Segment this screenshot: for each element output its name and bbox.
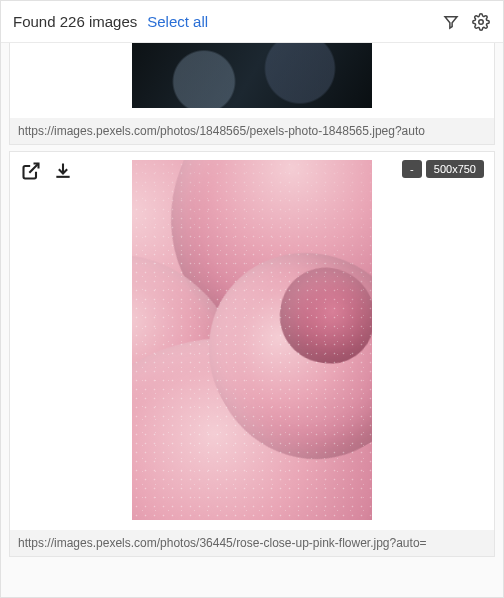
svg-point-0	[479, 19, 484, 24]
found-count-label: Found 226 images	[13, 13, 137, 30]
results-scroll-area[interactable]: https://images.pexels.com/photos/1848565…	[1, 43, 503, 597]
image-thumbnail[interactable]	[132, 160, 372, 520]
collapse-badge[interactable]: -	[402, 160, 422, 178]
image-url[interactable]: https://images.pexels.com/photos/36445/r…	[10, 530, 494, 556]
image-thumbnail[interactable]	[132, 43, 372, 108]
image-url[interactable]: https://images.pexels.com/photos/1848565…	[10, 118, 494, 144]
header: Found 226 images Select all	[1, 1, 503, 43]
image-card: - 500x750 https://images.pexels.com/phot…	[9, 151, 495, 557]
card-actions: - 500x750	[10, 152, 494, 182]
filter-icon[interactable]	[441, 12, 461, 32]
settings-icon[interactable]	[471, 12, 491, 32]
download-icon[interactable]	[52, 160, 74, 182]
select-all-link[interactable]: Select all	[147, 13, 208, 30]
image-downloader-panel: Found 226 images Select all https://imag…	[0, 0, 504, 598]
open-in-new-tab-icon[interactable]	[20, 160, 42, 182]
image-card: https://images.pexels.com/photos/1848565…	[9, 43, 495, 145]
dimensions-badge: 500x750	[426, 160, 484, 178]
